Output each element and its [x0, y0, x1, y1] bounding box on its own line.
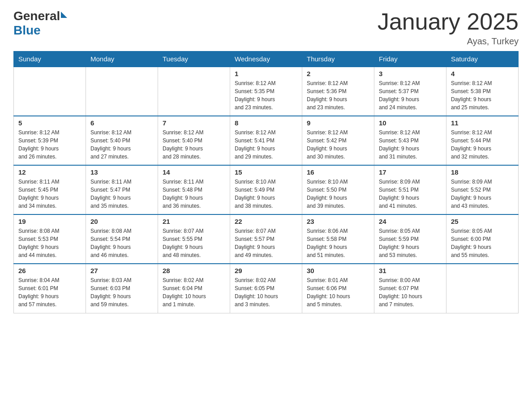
calendar-cell: 2Sunrise: 8:12 AMSunset: 5:36 PMDaylight… [302, 67, 374, 116]
day-info: Sunrise: 8:01 AMSunset: 6:06 PMDaylight:… [307, 276, 369, 308]
calendar-cell: 7Sunrise: 8:12 AMSunset: 5:40 PMDaylight… [158, 116, 230, 165]
day-info: Sunrise: 8:12 AMSunset: 5:38 PMDaylight:… [451, 79, 514, 111]
calendar-cell: 16Sunrise: 8:10 AMSunset: 5:50 PMDayligh… [302, 165, 374, 214]
col-header-wednesday: Wednesday [230, 51, 302, 67]
day-info: Sunrise: 8:08 AMSunset: 5:54 PMDaylight:… [90, 227, 153, 259]
calendar-cell [14, 67, 86, 116]
calendar-cell: 1Sunrise: 8:12 AMSunset: 5:35 PMDaylight… [230, 67, 302, 116]
day-number: 9 [307, 119, 369, 127]
day-number: 31 [379, 267, 442, 274]
calendar-cell: 25Sunrise: 8:05 AMSunset: 6:00 PMDayligh… [446, 214, 519, 264]
day-info: Sunrise: 8:10 AMSunset: 5:49 PMDaylight:… [235, 178, 297, 210]
col-header-sunday: Sunday [14, 51, 86, 67]
day-info: Sunrise: 8:06 AMSunset: 5:58 PMDaylight:… [307, 227, 369, 259]
logo-general-text: General [13, 9, 60, 23]
col-header-thursday: Thursday [302, 51, 374, 67]
col-header-monday: Monday [86, 51, 158, 67]
day-number: 13 [90, 168, 153, 176]
calendar-cell: 12Sunrise: 8:11 AMSunset: 5:45 PMDayligh… [14, 165, 86, 214]
day-info: Sunrise: 8:03 AMSunset: 6:03 PMDaylight:… [90, 276, 153, 308]
day-info: Sunrise: 8:12 AMSunset: 5:36 PMDaylight:… [307, 79, 369, 111]
calendar-cell: 18Sunrise: 8:09 AMSunset: 5:52 PMDayligh… [446, 165, 519, 214]
calendar-cell: 14Sunrise: 8:11 AMSunset: 5:48 PMDayligh… [158, 165, 230, 214]
day-number: 21 [163, 218, 225, 225]
calendar-cell: 22Sunrise: 8:07 AMSunset: 5:57 PMDayligh… [230, 214, 302, 264]
day-info: Sunrise: 8:12 AMSunset: 5:40 PMDaylight:… [163, 128, 225, 161]
day-info: Sunrise: 8:12 AMSunset: 5:40 PMDaylight:… [90, 128, 153, 161]
day-number: 1 [235, 70, 297, 77]
day-info: Sunrise: 8:12 AMSunset: 5:41 PMDaylight:… [235, 128, 297, 161]
calendar-week-row: 1Sunrise: 8:12 AMSunset: 5:35 PMDaylight… [14, 67, 519, 116]
day-number: 18 [451, 168, 514, 176]
calendar-cell: 17Sunrise: 8:09 AMSunset: 5:51 PMDayligh… [374, 165, 446, 214]
day-info: Sunrise: 8:12 AMSunset: 5:39 PMDaylight:… [18, 128, 81, 161]
calendar-cell: 21Sunrise: 8:07 AMSunset: 5:55 PMDayligh… [158, 214, 230, 264]
calendar-cell [158, 67, 230, 116]
day-number: 27 [90, 267, 153, 274]
calendar-week-row: 5Sunrise: 8:12 AMSunset: 5:39 PMDaylight… [14, 116, 519, 165]
day-number: 30 [307, 267, 369, 274]
day-info: Sunrise: 8:04 AMSunset: 6:01 PMDaylight:… [18, 276, 81, 308]
calendar-cell: 4Sunrise: 8:12 AMSunset: 5:38 PMDaylight… [446, 67, 519, 116]
day-info: Sunrise: 8:02 AMSunset: 6:04 PMDaylight:… [163, 276, 225, 308]
col-header-tuesday: Tuesday [158, 51, 230, 67]
day-info: Sunrise: 8:12 AMSunset: 5:42 PMDaylight:… [307, 128, 369, 161]
day-number: 22 [235, 218, 297, 225]
day-info: Sunrise: 8:05 AMSunset: 6:00 PMDaylight:… [451, 227, 514, 259]
day-number: 5 [18, 119, 81, 127]
subtitle: Ayas, Turkey [378, 36, 519, 47]
col-header-friday: Friday [374, 51, 446, 67]
col-header-saturday: Saturday [446, 51, 519, 67]
day-info: Sunrise: 8:12 AMSunset: 5:43 PMDaylight:… [379, 128, 442, 161]
calendar-cell: 26Sunrise: 8:04 AMSunset: 6:01 PMDayligh… [14, 264, 86, 313]
day-info: Sunrise: 8:12 AMSunset: 5:35 PMDaylight:… [235, 79, 297, 111]
day-number: 17 [379, 168, 442, 176]
calendar-cell: 23Sunrise: 8:06 AMSunset: 5:58 PMDayligh… [302, 214, 374, 264]
day-info: Sunrise: 8:11 AMSunset: 5:47 PMDaylight:… [90, 178, 153, 210]
day-number: 2 [307, 70, 369, 77]
page-header: General Blue January 2025 Ayas, Turkey [13, 9, 519, 47]
day-info: Sunrise: 8:11 AMSunset: 5:48 PMDaylight:… [163, 178, 225, 210]
calendar-cell: 27Sunrise: 8:03 AMSunset: 6:03 PMDayligh… [86, 264, 158, 313]
calendar-cell: 28Sunrise: 8:02 AMSunset: 6:04 PMDayligh… [158, 264, 230, 313]
calendar-cell: 11Sunrise: 8:12 AMSunset: 5:44 PMDayligh… [446, 116, 519, 165]
day-info: Sunrise: 8:05 AMSunset: 5:59 PMDaylight:… [379, 227, 442, 259]
logo-arrow-icon [61, 12, 67, 18]
day-number: 16 [307, 168, 369, 176]
logo-blue-part [60, 12, 67, 20]
day-info: Sunrise: 8:07 AMSunset: 5:57 PMDaylight:… [235, 227, 297, 259]
day-number: 15 [235, 168, 297, 176]
day-number: 14 [163, 168, 225, 176]
calendar-cell: 13Sunrise: 8:11 AMSunset: 5:47 PMDayligh… [86, 165, 158, 214]
day-number: 6 [90, 119, 153, 127]
day-number: 20 [90, 218, 153, 225]
day-number: 23 [307, 218, 369, 225]
day-number: 24 [379, 218, 442, 225]
calendar-cell [86, 67, 158, 116]
logo: General Blue [13, 9, 67, 38]
day-number: 8 [235, 119, 297, 127]
calendar-week-row: 26Sunrise: 8:04 AMSunset: 6:01 PMDayligh… [14, 264, 519, 313]
day-info: Sunrise: 8:09 AMSunset: 5:52 PMDaylight:… [451, 178, 514, 210]
calendar-cell: 30Sunrise: 8:01 AMSunset: 6:06 PMDayligh… [302, 264, 374, 313]
calendar-header-row: SundayMondayTuesdayWednesdayThursdayFrid… [14, 51, 519, 67]
day-number: 26 [18, 267, 81, 274]
day-info: Sunrise: 8:07 AMSunset: 5:55 PMDaylight:… [163, 227, 225, 259]
day-number: 7 [163, 119, 225, 127]
day-number: 25 [451, 218, 514, 225]
day-number: 19 [18, 218, 81, 225]
day-number: 4 [451, 70, 514, 77]
day-number: 3 [379, 70, 442, 77]
calendar-cell: 29Sunrise: 8:02 AMSunset: 6:05 PMDayligh… [230, 264, 302, 313]
day-info: Sunrise: 8:10 AMSunset: 5:50 PMDaylight:… [307, 178, 369, 210]
day-info: Sunrise: 8:02 AMSunset: 6:05 PMDaylight:… [235, 276, 297, 308]
day-info: Sunrise: 8:09 AMSunset: 5:51 PMDaylight:… [379, 178, 442, 210]
title-section: January 2025 Ayas, Turkey [378, 9, 519, 47]
day-info: Sunrise: 8:08 AMSunset: 5:53 PMDaylight:… [18, 227, 81, 259]
calendar-cell: 24Sunrise: 8:05 AMSunset: 5:59 PMDayligh… [374, 214, 446, 264]
calendar-cell: 10Sunrise: 8:12 AMSunset: 5:43 PMDayligh… [374, 116, 446, 165]
calendar-cell: 3Sunrise: 8:12 AMSunset: 5:37 PMDaylight… [374, 67, 446, 116]
calendar-cell: 6Sunrise: 8:12 AMSunset: 5:40 PMDaylight… [86, 116, 158, 165]
day-number: 29 [235, 267, 297, 274]
day-info: Sunrise: 8:11 AMSunset: 5:45 PMDaylight:… [18, 178, 81, 210]
